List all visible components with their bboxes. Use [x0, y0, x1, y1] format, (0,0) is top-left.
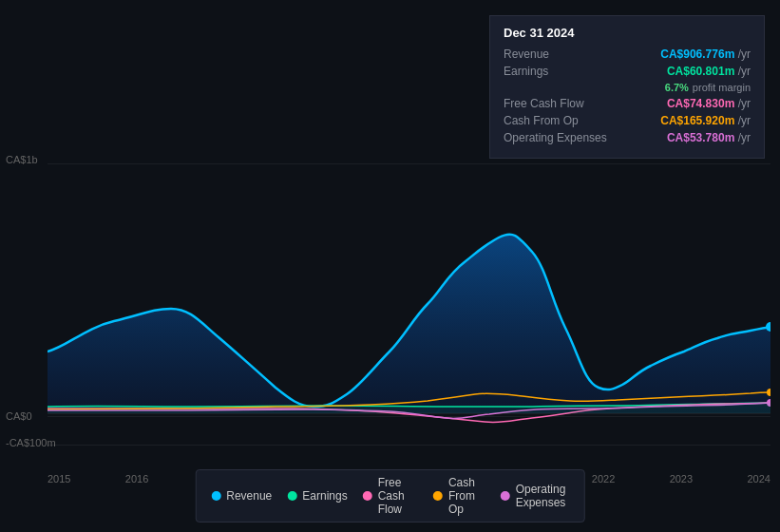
- fcf-value: CA$74.830m /yr: [667, 97, 751, 110]
- legend-opex-label: Operating Expenses: [516, 483, 569, 509]
- y-axis-mid: CA$0: [6, 410, 32, 422]
- tooltip-opex-row: Operating Expenses CA$53.780m /yr: [504, 131, 751, 144]
- revenue-dot: [211, 491, 220, 501]
- chart-legend: Revenue Earnings Free Cash Flow Cash Fro…: [195, 469, 585, 522]
- cashfromop-value: CA$165.920m /yr: [660, 114, 751, 127]
- profit-margin-row: 6.7% profit margin: [504, 82, 751, 93]
- cashfromop-dot: [433, 491, 443, 501]
- tooltip-cashfromop-row: Cash From Op CA$165.920m /yr: [504, 114, 751, 127]
- revenue-value: CA$906.776m /yr: [660, 48, 751, 61]
- legend-opex[interactable]: Operating Expenses: [501, 483, 569, 509]
- chart-container: Dec 31 2024 Revenue CA$906.776m /yr Earn…: [0, 0, 780, 532]
- x-label-2024: 2024: [747, 473, 770, 484]
- revenue-label: Revenue: [504, 48, 627, 61]
- tooltip-earnings-row: Earnings CA$60.801m /yr: [504, 65, 751, 78]
- tooltip-date: Dec 31 2024: [504, 26, 751, 40]
- earnings-value: CA$60.801m /yr: [667, 65, 751, 78]
- opex-label: Operating Expenses: [504, 131, 627, 144]
- legend-revenue[interactable]: Revenue: [211, 489, 272, 503]
- legend-fcf-label: Free Cash Flow: [378, 476, 418, 516]
- x-label-2022: 2022: [592, 473, 615, 484]
- legend-cashfromop-label: Cash From Op: [448, 476, 485, 516]
- legend-cashfromop[interactable]: Cash From Op: [433, 476, 485, 516]
- legend-fcf[interactable]: Free Cash Flow: [363, 476, 418, 516]
- legend-revenue-label: Revenue: [226, 489, 272, 503]
- earnings-dot: [287, 491, 296, 501]
- x-label-2023: 2023: [670, 473, 693, 484]
- chart-svg: [48, 152, 770, 475]
- earnings-label: Earnings: [504, 65, 627, 78]
- legend-earnings-label: Earnings: [302, 489, 347, 503]
- cashfromop-label: Cash From Op: [504, 114, 627, 127]
- tooltip-fcf-row: Free Cash Flow CA$74.830m /yr: [504, 97, 751, 110]
- opex-value: CA$53.780m /yr: [667, 131, 751, 144]
- tooltip-revenue-row: Revenue CA$906.776m /yr: [504, 48, 751, 61]
- tooltip-box: Dec 31 2024 Revenue CA$906.776m /yr Earn…: [489, 15, 765, 159]
- legend-earnings[interactable]: Earnings: [287, 489, 347, 503]
- fcf-label: Free Cash Flow: [504, 97, 627, 110]
- y-axis-top: CA$1b: [6, 154, 38, 165]
- opex-dot: [501, 491, 510, 501]
- x-label-2015: 2015: [48, 473, 70, 484]
- x-label-2016: 2016: [125, 473, 148, 484]
- fcf-dot: [363, 491, 372, 501]
